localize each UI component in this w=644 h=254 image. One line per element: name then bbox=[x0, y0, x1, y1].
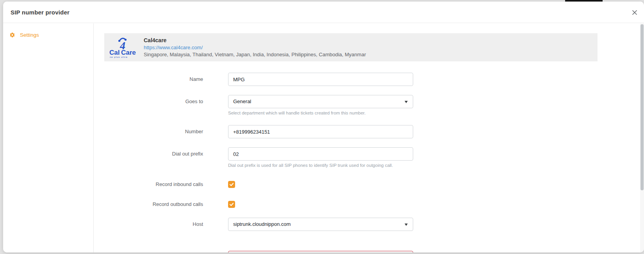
record-outbound-calls-checkbox[interactable] bbox=[228, 201, 235, 208]
form-row-dial-out-prefix: Dial out prefix bbox=[94, 147, 524, 161]
name-label: Name bbox=[94, 73, 203, 86]
scrollbar-thumb[interactable] bbox=[640, 24, 644, 190]
settings-panel: 4 Cal Care ne plus ultra Cal4care https:… bbox=[94, 23, 640, 252]
goes-to-select[interactable]: General bbox=[228, 95, 413, 108]
form-row-number: Number bbox=[94, 125, 524, 138]
svg-text:Care: Care bbox=[121, 49, 136, 56]
check-icon bbox=[229, 182, 234, 187]
gear-icon bbox=[9, 32, 15, 38]
sip-number-provider-dialog: SIP number provider Settings 4 Cal Care bbox=[3, 2, 644, 252]
goes-to-label: Goes to bbox=[94, 95, 203, 108]
error-field-input[interactable] bbox=[228, 251, 413, 252]
provider-name: Cal4care bbox=[144, 37, 366, 43]
form-row-clipped-error-field bbox=[94, 251, 524, 252]
provider-countries: Singapore, Malaysia, Thailand, Vietnam, … bbox=[144, 52, 366, 57]
host-selected-value: siptrunk.cloudnippon.com bbox=[228, 218, 413, 231]
goes-to-helper-text: Select department which will handle tick… bbox=[228, 111, 470, 115]
close-icon bbox=[632, 9, 638, 16]
chevron-down-icon bbox=[405, 224, 408, 226]
host-select[interactable]: siptrunk.cloudnippon.com bbox=[228, 218, 413, 231]
cal4care-logo-icon: 4 Cal Care ne plus ultra bbox=[109, 36, 138, 59]
form-row-host: Host siptrunk.cloudnippon.com bbox=[94, 218, 524, 231]
scrollbar[interactable] bbox=[640, 23, 644, 252]
svg-text:ne plus ultra: ne plus ultra bbox=[110, 56, 128, 58]
close-button[interactable] bbox=[629, 7, 640, 18]
sidebar: Settings bbox=[3, 23, 94, 252]
svg-text:Cal: Cal bbox=[109, 49, 120, 56]
form-row-name: Name bbox=[94, 73, 524, 86]
page-title: SIP number provider bbox=[11, 2, 70, 23]
form-row-record-inbound-calls: Record inbound calls bbox=[94, 181, 524, 188]
record-outbound-calls-label: Record outbound calls bbox=[94, 201, 203, 208]
name-input[interactable] bbox=[228, 73, 413, 86]
record-inbound-calls-checkbox[interactable] bbox=[228, 181, 235, 188]
dial-out-prefix-input[interactable] bbox=[228, 147, 413, 161]
chevron-down-icon bbox=[405, 101, 408, 103]
sidebar-item-label: Settings bbox=[20, 32, 39, 38]
dial-out-prefix-helper-text: Dial out prefix is used for all SIP phon… bbox=[228, 163, 470, 168]
host-label: Host bbox=[94, 218, 203, 231]
number-input[interactable] bbox=[228, 125, 413, 138]
provider-url-link[interactable]: https://www.cal4care.com/ bbox=[144, 45, 366, 50]
number-label: Number bbox=[94, 125, 203, 138]
provider-card: 4 Cal Care ne plus ultra Cal4care https:… bbox=[104, 33, 598, 61]
sidebar-item-settings[interactable]: Settings bbox=[3, 32, 93, 38]
form-row-goes-to: Goes to General bbox=[94, 95, 524, 108]
provider-info: Cal4care https://www.cal4care.com/ Singa… bbox=[144, 37, 366, 57]
dial-out-prefix-label: Dial out prefix bbox=[94, 147, 203, 161]
form-row-record-outbound-calls: Record outbound calls bbox=[94, 201, 524, 208]
dialog-header: SIP number provider bbox=[3, 2, 644, 23]
goes-to-selected-value: General bbox=[228, 95, 413, 108]
check-icon bbox=[229, 202, 234, 207]
record-inbound-calls-label: Record inbound calls bbox=[94, 181, 203, 188]
